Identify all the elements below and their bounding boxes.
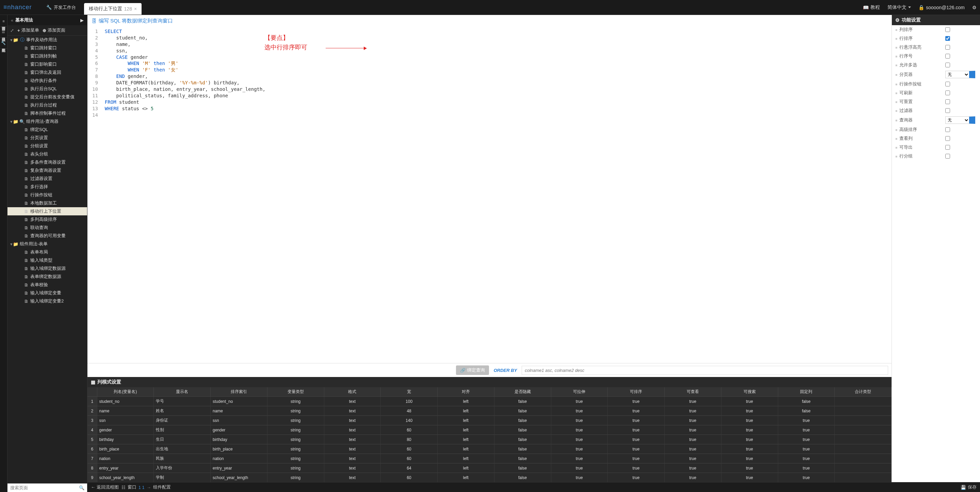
sidebar-item[interactable]: 🗎表单校验 — [8, 281, 87, 289]
expand-icon[interactable]: ⤢ — [10, 28, 14, 33]
file-icon: 🗎 — [24, 209, 29, 214]
orderby-label: ORDER BY — [494, 368, 517, 373]
sidebar-tree: ▾📁ⓘ事件及动作用法🗎窗口跳转窗口🗎窗口跳转到帧🗎窗口影响窗口🗎窗口弹出及返回🗎… — [8, 36, 87, 483]
sidebar-item[interactable]: 🗎动作执行条件 — [8, 76, 87, 85]
prop-select[interactable]: 无 — [945, 71, 975, 78]
file-icon: 🗎 — [24, 127, 29, 132]
sidebar-folder[interactable]: ▾📁🔍组件用法-查询器 — [8, 117, 87, 126]
prop-checkbox[interactable] — [945, 36, 950, 41]
sidebar-item[interactable]: 🗎本地数据加工 — [8, 199, 87, 207]
tab-active[interactable]: 移动行上下位置 128 × — [84, 3, 142, 14]
user-menu[interactable]: 🔒soooon@126.com — [918, 5, 965, 10]
chevron-left-icon[interactable]: « — [11, 18, 13, 23]
sidebar-item[interactable]: 🗎联动查询 — [8, 223, 87, 232]
sidebar-item[interactable]: 🗎脚本控制事件过程 — [8, 109, 87, 117]
rail-item-config[interactable]: 🔧全局配置 — [0, 38, 7, 49]
sidebar-item[interactable]: 🗎窗口跳转窗口 — [8, 44, 87, 52]
language-select[interactable]: 简体中文 — [888, 5, 911, 11]
sidebar-item[interactable]: 🗎输入域绑定数据源 — [8, 264, 87, 272]
file-icon: 🗎 — [24, 274, 29, 279]
sql-editor[interactable]: 1234567891011121314 SELECT student_no, n… — [88, 27, 891, 363]
tutorial-link[interactable]: 📖教程 — [863, 5, 880, 11]
grid-icon: ▦ — [91, 379, 95, 385]
table-row[interactable]: 3ssn身份证ssnstringtext140leftfalsetruetrue… — [88, 416, 891, 425]
sidebar-item[interactable]: 🗎输入域绑定变量 — [8, 289, 87, 297]
add-page-button[interactable]: ⊕添加页面 — [43, 27, 65, 33]
table-row[interactable]: 6birth_place出生地birth_placestringtext60le… — [88, 444, 891, 454]
sidebar-item[interactable]: 🗎复杂查询器设置 — [8, 166, 87, 175]
tab-close-icon[interactable]: × — [134, 6, 137, 11]
sidebar-search: 🔍 — [8, 483, 87, 492]
table-row[interactable]: 7nation民族nationstringtext60leftfalsetrue… — [88, 454, 891, 463]
prop-select[interactable]: 无 — [945, 116, 975, 124]
file-icon: 🗎 — [24, 143, 29, 149]
sidebar-item[interactable]: 🗎输入域绑定变量2 — [8, 297, 87, 305]
sidebar-item[interactable]: 🗎行操作按钮 — [8, 191, 87, 199]
sidebar-item[interactable]: 🗎表头分组 — [8, 150, 87, 158]
prop-checkbox[interactable] — [945, 27, 950, 32]
table-row[interactable]: 2name姓名namestringtext48leftfalsetruetrue… — [88, 406, 891, 416]
prop-checkbox[interactable] — [945, 45, 950, 50]
prop-row: ■可刷新 — [892, 88, 980, 97]
sidebar-item[interactable]: 🗎绑定SQL — [8, 126, 87, 134]
prop-checkbox[interactable] — [945, 54, 950, 59]
prop-checkbox[interactable] — [945, 99, 950, 104]
sidebar-item[interactable]: 🗎输入域类型 — [8, 256, 87, 264]
sidebar: « 基本用法 ▶ ⤢ +添加菜单 ⊕添加页面 ▾📁ⓘ事件及动作用法🗎窗口跳转窗口… — [8, 15, 88, 492]
sidebar-item[interactable]: 🗎窗口跳转到帧 — [8, 52, 87, 60]
sidebar-item[interactable]: 🗎移动行上下位置 — [8, 207, 87, 215]
sidebar-item[interactable]: 🗎多行选择 — [8, 183, 87, 191]
sidebar-item[interactable]: 🗎分页设置 — [8, 134, 87, 142]
sidebar-folder[interactable]: ▾📁组件用法-表单 — [8, 240, 87, 248]
file-icon: 🗎 — [24, 176, 29, 182]
add-menu-button[interactable]: +添加菜单 — [18, 27, 39, 33]
rail-item-pages[interactable]: ≡页面管理 — [0, 15, 7, 27]
search-input[interactable] — [10, 485, 79, 490]
bind-query-button[interactable]: 🔗绑定查询 — [456, 365, 489, 375]
sidebar-item[interactable]: 🗎提交后台前改变变量值 — [8, 93, 87, 101]
sidebar-item[interactable]: 🗎窗口弹出及返回 — [8, 68, 87, 76]
table-row[interactable]: 4gender性别genderstringtext60leftfalsetrue… — [88, 425, 891, 435]
sidebar-item[interactable]: 🗎执行后台过程 — [8, 101, 87, 109]
prop-checkbox[interactable] — [945, 136, 950, 141]
prop-row: ■行操作按钮 — [892, 80, 980, 88]
sidebar-item[interactable]: 🗎窗口影响窗口 — [8, 60, 87, 68]
prop-checkbox[interactable] — [945, 154, 950, 159]
sidebar-item[interactable]: 🗎表单绑定数据源 — [8, 272, 87, 281]
play-icon[interactable]: ▶ — [80, 18, 84, 23]
file-icon: 🗎 — [24, 54, 29, 59]
sidebar-item[interactable]: 🗎分组设置 — [8, 142, 87, 150]
orderby-input[interactable] — [522, 366, 888, 375]
sidebar-item[interactable]: 🗎多条件查询器设置 — [8, 158, 87, 166]
file-icon: 🗎 — [24, 95, 29, 100]
properties-panel: ⚙ 功能设置 ■列排序■行排序■行悬浮高亮■行序号■允许多选■分页器无■行操作按… — [891, 15, 980, 482]
prop-checkbox[interactable] — [945, 145, 950, 150]
back-button[interactable]: ← 返回流程图 — [91, 484, 119, 490]
rail-item-nav[interactable]: ☰项目导航 — [0, 27, 7, 38]
sidebar-item[interactable]: 🗎过滤器设置 — [8, 175, 87, 183]
file-icon: 🗎 — [24, 46, 29, 51]
file-icon: 🗎 — [24, 291, 29, 296]
search-icon[interactable]: 🔍 — [79, 485, 84, 490]
sidebar-item[interactable]: 🗎执行后台SQL — [8, 85, 87, 93]
column-grid[interactable]: 列名(变量名)显示名排序索引变量类型格式宽对齐是否隐藏可拉伸可排序可查看可搜索固… — [88, 387, 891, 482]
file-icon: 🗎 — [24, 258, 29, 263]
annotation-arrow — [326, 48, 366, 48]
table-row[interactable]: 9school_year_length学制school_year_lengths… — [88, 473, 891, 482]
dev-workbench-link[interactable]: 🔧 开发工作台 — [41, 5, 81, 11]
sidebar-item[interactable]: 🗎多列高级排序 — [8, 215, 87, 223]
prop-checkbox[interactable] — [945, 127, 950, 132]
prop-checkbox[interactable] — [945, 108, 950, 113]
sidebar-item[interactable]: 🗎查询器的可用变量 — [8, 232, 87, 240]
sidebar-item[interactable]: 🗎表单布局 — [8, 248, 87, 256]
table-row[interactable]: 8entry_year入学年份entry_yearstringtext64lef… — [88, 463, 891, 473]
prop-checkbox[interactable] — [945, 91, 950, 95]
table-row[interactable]: 1student_no学号student_nostringtext100left… — [88, 397, 891, 406]
table-row[interactable]: 5birthday生日birthdaystringtext80leftfalse… — [88, 435, 891, 444]
lock-icon: 🔒 — [918, 5, 924, 10]
save-button[interactable]: 💾保存 — [961, 484, 977, 490]
settings-button[interactable]: ⚙ — [972, 5, 977, 10]
prop-checkbox[interactable] — [945, 63, 950, 67]
prop-checkbox[interactable] — [945, 82, 950, 86]
sidebar-folder[interactable]: ▾📁ⓘ事件及动作用法 — [8, 36, 87, 44]
